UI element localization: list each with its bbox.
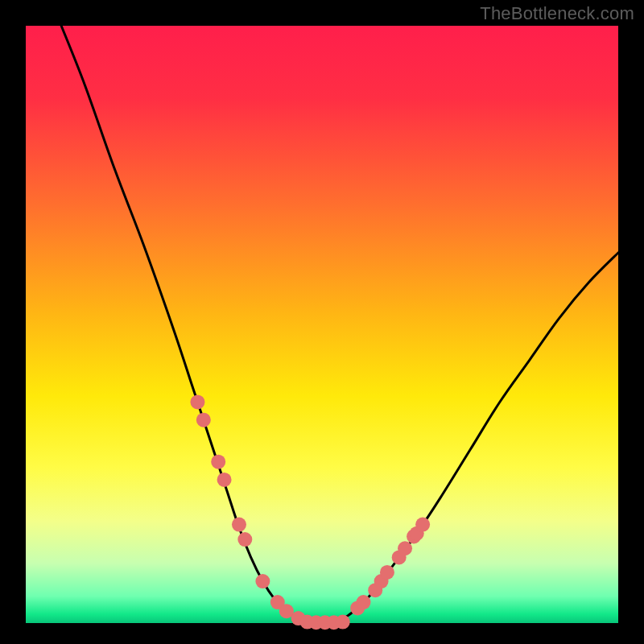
scatter-dot	[196, 413, 211, 427]
scatter-dot	[336, 615, 350, 630]
scatter-dot	[232, 518, 246, 532]
bottleneck-chart	[0, 0, 644, 644]
scatter-dot	[255, 574, 270, 588]
scatter-dot	[211, 455, 225, 469]
scatter-dot	[357, 595, 371, 609]
plot-background	[26, 26, 618, 623]
scatter-dot	[217, 473, 232, 487]
scatter-dot	[190, 394, 204, 409]
scatter-dot	[398, 541, 412, 555]
chart-stage: TheBottleneck.com	[0, 0, 644, 644]
watermark-text: TheBottleneck.com	[480, 3, 634, 24]
scatter-dot	[237, 532, 252, 547]
scatter-dot	[380, 565, 394, 580]
scatter-dot	[415, 518, 430, 532]
